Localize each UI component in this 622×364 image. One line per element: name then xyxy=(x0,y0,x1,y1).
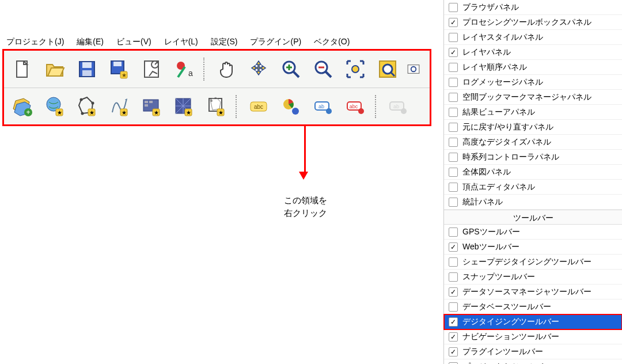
checkbox-icon[interactable] xyxy=(449,18,458,27)
context-menu-item[interactable]: 空間ブックマークマネージャパネル xyxy=(444,90,622,105)
separator xyxy=(236,95,239,118)
context-menu-item[interactable]: プロセシングツールボックスパネル xyxy=(444,15,622,30)
context-menu-item[interactable]: 高度なデジタイズパネル xyxy=(444,135,622,150)
context-menu-item[interactable]: 全体図パネル xyxy=(444,165,622,180)
context-menu-item[interactable]: 頂点エディタパネル xyxy=(444,180,622,195)
checkbox-icon[interactable] xyxy=(449,63,458,72)
context-menu-item[interactable]: データベースツールバー xyxy=(444,299,622,314)
menu-plugins[interactable]: プラグイン(P) xyxy=(250,37,301,47)
context-menu-label: 元に戻す/やり直すパネル xyxy=(462,122,553,132)
checkbox-icon[interactable] xyxy=(449,3,458,12)
context-menu-label: レイヤパネル xyxy=(462,47,511,58)
context-menu-item[interactable]: ブラウザパネル xyxy=(444,0,622,15)
checkbox-icon[interactable] xyxy=(449,332,458,342)
context-menu-item[interactable]: GPSツールバー xyxy=(444,225,622,240)
context-menu-label: データベースツールバー xyxy=(462,302,551,312)
open-folder-icon[interactable] xyxy=(42,56,67,82)
add-raster-icon[interactable]: ★ xyxy=(42,94,67,119)
label-rule-icon[interactable]: ab xyxy=(310,94,336,119)
checkbox-icon[interactable] xyxy=(449,287,458,297)
add-virtual-icon[interactable]: ★ xyxy=(203,94,229,119)
context-menu-label: プロセシングツールボックスパネル xyxy=(462,17,591,28)
zoom-full-icon[interactable] xyxy=(343,56,368,82)
new-project-icon[interactable] xyxy=(10,56,35,82)
context-menu-label: ログメッセージパネル xyxy=(462,77,543,88)
checkbox-icon[interactable] xyxy=(449,108,458,117)
checkbox-icon[interactable] xyxy=(449,302,458,312)
style-manager-icon[interactable]: a xyxy=(171,56,196,82)
menu-settings[interactable]: 設定(S) xyxy=(211,37,238,47)
context-menu-item[interactable]: 統計パネル xyxy=(444,195,622,210)
label-abc-icon[interactable]: abc xyxy=(246,94,271,119)
checkbox-icon[interactable] xyxy=(449,198,458,207)
menu-vector[interactable]: ベクタ(O) xyxy=(314,37,350,47)
menu-view[interactable]: ビュー(V) xyxy=(116,37,151,47)
menu-edit[interactable]: 編集(E) xyxy=(77,37,104,47)
zoom-in-icon[interactable] xyxy=(278,56,304,82)
checkbox-icon[interactable] xyxy=(449,362,458,365)
zoom-out-icon[interactable] xyxy=(310,56,336,82)
svg-point-52 xyxy=(210,100,213,102)
checkbox-icon[interactable] xyxy=(449,227,458,237)
context-menu-item[interactable]: レイヤスタイルパネル xyxy=(444,30,622,45)
checkbox-icon[interactable] xyxy=(449,272,458,282)
pan-selection-icon[interactable] xyxy=(246,56,271,82)
add-wms-icon[interactable]: ★ xyxy=(139,94,164,119)
checkbox-icon[interactable] xyxy=(449,317,458,327)
save-icon[interactable] xyxy=(74,56,100,82)
context-menu: ブラウザパネルプロセシングツールボックスパネルレイヤスタイルパネルレイヤパネルレ… xyxy=(443,0,622,364)
context-menu-label: 空間ブックマークマネージャパネル xyxy=(462,92,591,103)
checkbox-icon[interactable] xyxy=(449,138,458,147)
zoom-layer-icon[interactable] xyxy=(375,56,400,82)
svg-text:★: ★ xyxy=(186,109,191,116)
add-vector-icon[interactable]: + xyxy=(10,94,35,119)
zoom-native-icon[interactable] xyxy=(407,56,420,82)
context-menu-item[interactable]: ナビゲーションツールバー xyxy=(444,329,622,344)
menu-project[interactable]: プロジェクト(J) xyxy=(6,37,64,47)
separator xyxy=(203,58,207,81)
checkbox-icon[interactable] xyxy=(449,93,458,102)
context-menu-item[interactable]: プロジェクトツールバー xyxy=(444,359,622,364)
label-rule-red-icon[interactable]: abc xyxy=(343,94,368,119)
svg-rect-39 xyxy=(145,101,148,103)
context-menu-item[interactable]: 結果ビューアパネル xyxy=(444,105,622,120)
context-menu-label: プラグインツールバー xyxy=(462,347,543,357)
menu-layer[interactable]: レイヤ(L) xyxy=(164,37,198,47)
context-menu-item[interactable]: 時系列コントローラパネル xyxy=(444,150,622,165)
layout-manager-icon[interactable] xyxy=(139,56,164,82)
svg-point-32 xyxy=(92,101,94,104)
svg-text:★: ★ xyxy=(89,109,94,116)
label-off-icon[interactable]: ab xyxy=(385,94,411,119)
checkbox-icon[interactable] xyxy=(449,257,458,267)
checkbox-icon[interactable] xyxy=(449,48,458,57)
checkbox-icon[interactable] xyxy=(449,123,458,132)
context-menu-item[interactable]: シェープデジタイジングツールバー xyxy=(444,255,622,270)
checkbox-icon[interactable] xyxy=(449,153,458,162)
checkbox-icon[interactable] xyxy=(449,168,458,177)
context-menu-item[interactable]: データソースマネージャツールバー xyxy=(444,285,622,299)
svg-point-58 xyxy=(292,108,299,115)
checkbox-icon[interactable] xyxy=(449,78,458,87)
add-mesh-icon[interactable]: ★ xyxy=(74,94,100,119)
pan-icon[interactable] xyxy=(214,56,239,82)
context-menu-item[interactable]: Webツールバー xyxy=(444,240,622,255)
toolbars-area[interactable]: ★ a + ★ ★ ★ ★ ★ ★ abc ab abc ab xyxy=(2,49,431,126)
context-menu-item[interactable]: 元に戻す/やり直すパネル xyxy=(444,120,622,135)
context-menu-label: デジタイジングツールバー xyxy=(462,317,559,327)
context-menu-item[interactable]: プラグインツールバー xyxy=(444,344,622,359)
checkbox-icon[interactable] xyxy=(449,183,458,192)
context-menu-label: 全体図パネル xyxy=(462,167,511,177)
save-as-icon[interactable]: ★ xyxy=(107,56,132,82)
context-menu-item[interactable]: レイヤ順序パネル xyxy=(444,60,622,75)
context-menu-item[interactable]: スナップツールバー xyxy=(444,270,622,285)
context-menu-item[interactable]: デジタイジングツールバー xyxy=(444,314,622,329)
add-xyz-icon[interactable]: ★ xyxy=(171,94,196,119)
checkbox-icon[interactable] xyxy=(449,242,458,252)
context-menu-item[interactable]: レイヤパネル xyxy=(444,45,622,60)
checkbox-icon[interactable] xyxy=(449,347,458,357)
context-menu-item[interactable]: ログメッセージパネル xyxy=(444,75,622,90)
checkbox-icon[interactable] xyxy=(449,33,458,42)
diagram-icon[interactable] xyxy=(278,94,304,119)
add-delimited-icon[interactable]: ★ xyxy=(107,94,132,119)
svg-text:★: ★ xyxy=(122,109,127,116)
